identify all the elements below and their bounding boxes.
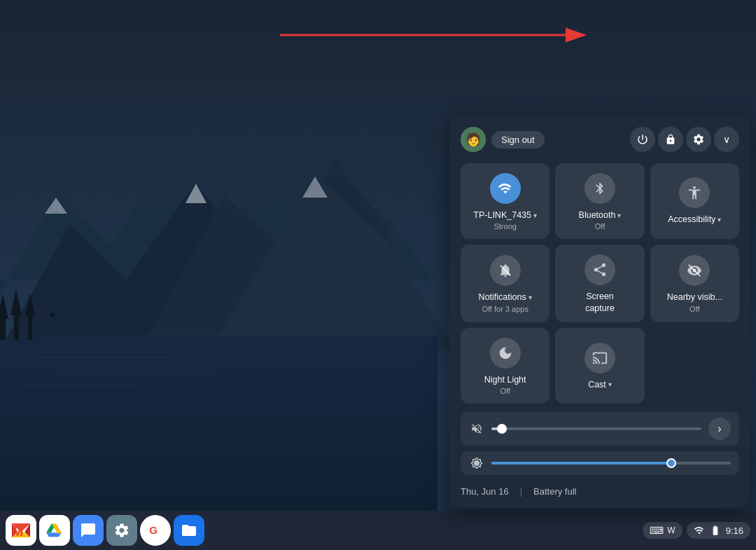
bluetooth-tile-icon [584, 173, 615, 204]
qs-sliders: › [461, 412, 739, 475]
cast-label-row: Cast ▾ [588, 379, 612, 390]
brightness-track [491, 462, 731, 465]
brightness-icon-container [469, 457, 484, 469]
nightlight-tile-icon [490, 338, 521, 369]
mute-icon [470, 422, 483, 435]
notifications-label: Notifications [479, 291, 526, 303]
nearby-label: Nearby visib... [667, 291, 722, 303]
nightlight-tile[interactable]: Night Light Off [461, 328, 550, 404]
volume-expand-button[interactable]: › [708, 418, 731, 440]
cast-tile[interactable]: Cast ▾ [555, 328, 644, 404]
wifi-label: TP-LINK_7435 [473, 209, 531, 221]
cast-tile-icon [584, 343, 615, 373]
screencapture-tile-icon [584, 254, 615, 285]
accessibility-tile-icon [679, 177, 710, 208]
qs-topbar-icons: ∨ [630, 127, 739, 152]
qs-topbar-left: 🧑 Sign out [461, 127, 545, 152]
messages-icon [80, 522, 97, 539]
accessibility-label-row: Accessibility ▾ [668, 214, 721, 225]
qs-topbar: 🧑 Sign out ∨ [461, 127, 739, 152]
taskbar: M G [0, 511, 756, 550]
avatar: 🧑 [461, 127, 486, 152]
bluetooth-label: Bluetooth [579, 209, 616, 221]
wifi-tile[interactable]: TP-LINK_7435 ▾ Strong [461, 163, 550, 239]
files-icon [181, 522, 197, 539]
taskbar-apps: M G [6, 515, 204, 546]
wifi-icon [498, 181, 513, 196]
keyboard-label: W [667, 525, 675, 535]
lock-icon [665, 134, 676, 145]
nearby-sub: Off [690, 305, 699, 313]
nightlight-sub: Off [500, 387, 510, 395]
gear-icon [692, 133, 705, 146]
brightness-icon [470, 457, 483, 469]
system-tray[interactable]: 9:16 [687, 522, 750, 539]
systray-battery-icon [709, 525, 722, 536]
accessibility-icon [687, 185, 702, 200]
bluetooth-tile[interactable]: Bluetooth ▾ Off [555, 163, 644, 239]
footer-battery: Battery full [533, 486, 576, 497]
qs-footer: Thu, Jun 16 | Battery full [461, 483, 739, 497]
screencapture-tile[interactable]: Screencapture [555, 245, 644, 322]
nightlight-label: Night Light [484, 374, 526, 385]
svg-point-19 [50, 313, 55, 317]
taskbar-app-gmail[interactable]: M [6, 515, 36, 546]
lock-button[interactable] [658, 127, 683, 152]
svg-rect-8 [0, 336, 438, 511]
notifications-icon [498, 263, 513, 278]
taskbar-app-docs[interactable] [73, 515, 104, 546]
bluetooth-sub: Off [595, 222, 605, 231]
volume-mute-icon [469, 422, 484, 435]
wifi-dropdown-arrow: ▾ [533, 212, 537, 219]
bluetooth-dropdown-arrow: ▾ [617, 212, 621, 219]
drive-icon [46, 521, 64, 539]
wifi-label-row: TP-LINK_7435 ▾ [473, 209, 537, 221]
volume-slider-row: › [461, 412, 739, 446]
taskbar-right: ⌨ W 9:16 [643, 522, 750, 539]
wifi-tile-icon [490, 173, 521, 204]
svg-rect-15 [14, 312, 19, 340]
google-icon: G [146, 521, 164, 539]
systray-wifi-icon [694, 525, 705, 536]
settings-button[interactable] [686, 127, 711, 152]
systray-time: 9:16 [726, 525, 743, 536]
notifications-label-row: Notifications ▾ [479, 291, 532, 303]
taskbar-keyboard-indicator[interactable]: ⌨ W [643, 522, 682, 539]
screencapture-label: Screencapture [585, 291, 615, 314]
qs-tiles-row1: TP-LINK_7435 ▾ Strong Bluetooth ▾ Off [461, 163, 739, 239]
power-icon [636, 133, 649, 146]
accessibility-dropdown-arrow: ▾ [718, 216, 721, 224]
volume-thumb [497, 424, 507, 434]
brightness-fill [491, 462, 671, 465]
quick-settings-panel: 🧑 Sign out ∨ [449, 116, 750, 508]
notifications-tile[interactable]: Notifications ▾ Off for 3 apps [461, 245, 550, 322]
brightness-thumb [666, 458, 676, 468]
accessibility-label: Accessibility [668, 214, 715, 225]
taskbar-app-drive[interactable] [39, 515, 70, 546]
empty-tile-slot [650, 328, 739, 404]
settings-cog-icon [113, 522, 130, 539]
qs-tiles-row2: Notifications ▾ Off for 3 apps Screencap… [461, 245, 739, 322]
bluetooth-label-row: Bluetooth ▾ [579, 209, 622, 221]
collapse-button[interactable]: ∨ [714, 127, 739, 152]
brightness-slider-row [461, 451, 739, 475]
svg-rect-13 [0, 315, 6, 340]
screencapture-icon [592, 262, 608, 277]
footer-date: Thu, Jun 16 [461, 486, 509, 497]
svg-text:G: G [149, 524, 158, 536]
power-button[interactable] [630, 127, 655, 152]
qs-tiles-row3: Night Light Off Cast ▾ [461, 328, 739, 404]
signout-button[interactable]: Sign out [491, 131, 545, 149]
svg-text:M: M [12, 523, 23, 537]
accessibility-tile[interactable]: Accessibility ▾ [650, 163, 739, 239]
svg-rect-17 [28, 314, 32, 340]
notifications-tile-icon [490, 255, 521, 286]
volume-track [491, 427, 701, 430]
cast-label: Cast [588, 379, 606, 390]
nearby-tile[interactable]: Nearby visib... Off [650, 245, 739, 322]
taskbar-app-settings[interactable] [106, 515, 137, 546]
cast-dropdown-arrow: ▾ [608, 380, 612, 388]
taskbar-app-files[interactable] [174, 515, 204, 546]
taskbar-app-google[interactable]: G [140, 515, 171, 546]
notifications-dropdown-arrow: ▾ [528, 294, 532, 301]
